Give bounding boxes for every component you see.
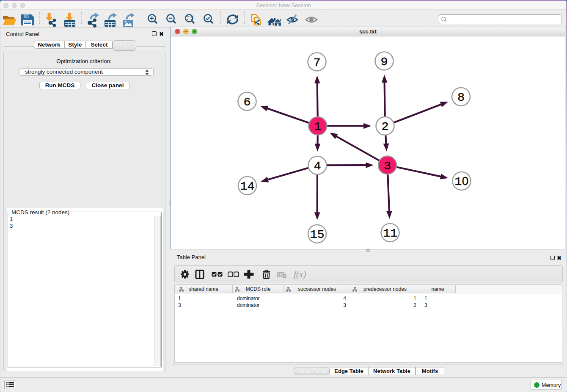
svg-text:3: 3 — [384, 159, 391, 173]
svg-text:6: 6 — [243, 95, 250, 109]
svg-text:14: 14 — [240, 179, 254, 193]
svg-text:11: 11 — [383, 226, 397, 240]
svg-text:15: 15 — [310, 228, 324, 242]
svg-text:2: 2 — [381, 120, 388, 134]
svg-text:8: 8 — [457, 91, 465, 105]
svg-text:9: 9 — [380, 55, 388, 69]
svg-text:f(x): f(x) — [294, 269, 306, 279]
svg-text:1: 1 — [314, 120, 321, 134]
svg-text:1: 1 — [454, 175, 462, 189]
svg-text:7: 7 — [313, 56, 320, 70]
svg-text:4: 4 — [314, 159, 321, 173]
svg-text:0: 0 — [462, 174, 468, 188]
